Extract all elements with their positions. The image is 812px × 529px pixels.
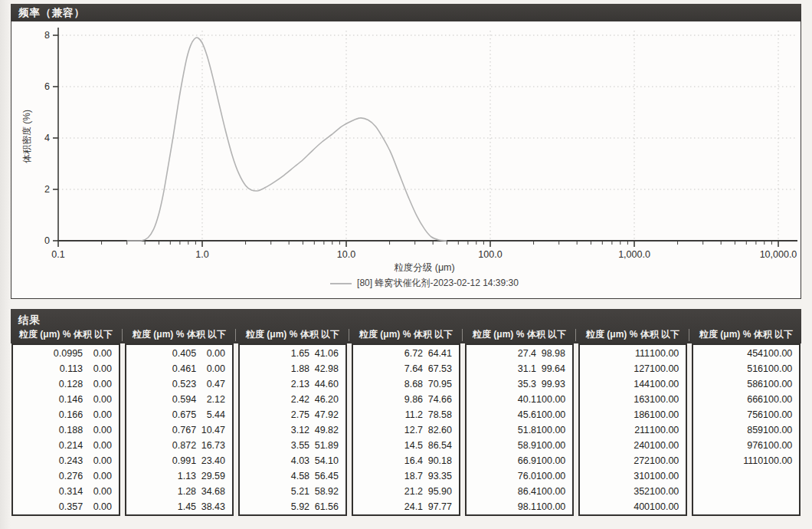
size-value-cell: 1.45 bbox=[126, 499, 196, 514]
results-column-group: 0.09950.000.1130.000.1280.000.1460.000.1… bbox=[11, 343, 120, 516]
size-value-cell: 6.72 bbox=[353, 346, 423, 361]
percent-below-cell: 54.10 bbox=[309, 453, 345, 468]
results-header-block: 结果 粒度 (μm)% 体积 以下粒度 (μm)% 体积 以下粒度 (μm)% … bbox=[11, 309, 801, 343]
table-row: 211100.00 bbox=[580, 422, 686, 438]
percent-below-cell: 0.00 bbox=[83, 453, 119, 468]
percent-below-cell: 100.00 bbox=[650, 422, 686, 438]
table-row: 272100.00 bbox=[580, 453, 686, 468]
percent-below-cell: 0.00 bbox=[83, 484, 119, 499]
size-value-cell: 0.166 bbox=[13, 407, 83, 422]
table-row: 0.1130.00 bbox=[13, 361, 119, 376]
percent-below-cell: 5.44 bbox=[196, 407, 232, 422]
table-row: 14.586.54 bbox=[353, 438, 459, 453]
percent-below-cell: 100.00 bbox=[536, 392, 572, 407]
table-row: 31.199.64 bbox=[467, 361, 572, 376]
legend-series-label: [80] 蜂窝状催化剂-2023-02-12 14:39:30 bbox=[357, 277, 519, 290]
size-value-cell: 272 bbox=[580, 453, 650, 468]
table-row: 66.9100.00 bbox=[467, 453, 572, 468]
percent-below-cell: 100.00 bbox=[763, 361, 799, 376]
size-value-cell: 1.88 bbox=[240, 361, 309, 376]
size-value-cell: 11.2 bbox=[353, 407, 423, 422]
percent-below-cell: 100.00 bbox=[536, 484, 572, 499]
size-value-cell: 45.6 bbox=[467, 407, 536, 422]
results-column-group: 111100.00127100.00144100.00163100.001861… bbox=[578, 343, 687, 516]
percent-below-cell: 99.64 bbox=[536, 361, 572, 376]
percent-below-cell: 74.66 bbox=[423, 392, 459, 407]
percent-below-cell: 51.89 bbox=[309, 438, 345, 453]
percent-below-cell: 0.00 bbox=[83, 346, 119, 361]
table-row: 1110100.00 bbox=[693, 453, 799, 468]
percent-below-cell: 100.00 bbox=[650, 346, 686, 361]
column-header-size: 粒度 (μm) bbox=[699, 328, 740, 341]
table-row: 76.0100.00 bbox=[467, 468, 572, 484]
table-row: 0.6755.44 bbox=[126, 407, 232, 422]
column-header-pct: % 体积 以下 bbox=[290, 328, 339, 341]
table-row: 98.1100.00 bbox=[467, 499, 572, 514]
size-value-cell: 86.4 bbox=[467, 484, 536, 499]
column-header-size: 粒度 (μm) bbox=[246, 328, 286, 341]
results-titlebar: 结果 bbox=[11, 309, 801, 327]
size-value-cell: 2.13 bbox=[240, 376, 309, 392]
percent-below-cell: 100.00 bbox=[763, 346, 799, 361]
table-row: 859100.00 bbox=[693, 422, 799, 438]
size-value-cell: 0.872 bbox=[126, 438, 196, 453]
results-column-group-header: 粒度 (μm)% 体积 以下 bbox=[465, 327, 574, 343]
percent-below-cell: 0.00 bbox=[83, 361, 119, 376]
table-row: 666100.00 bbox=[693, 392, 799, 407]
table-row: 0.4050.00 bbox=[126, 346, 232, 361]
size-value-cell: 1.65 bbox=[240, 346, 309, 361]
table-row: 5.2158.92 bbox=[240, 484, 345, 499]
percent-below-cell: 100.00 bbox=[763, 376, 799, 392]
size-value-cell: 0.314 bbox=[13, 484, 83, 499]
table-row: 3.5551.89 bbox=[240, 438, 345, 453]
table-row: 1.2834.68 bbox=[126, 484, 232, 499]
percent-below-cell: 0.00 bbox=[83, 422, 119, 438]
table-row: 310100.00 bbox=[580, 468, 686, 484]
percent-below-cell: 16.73 bbox=[196, 438, 232, 453]
percent-below-cell: 100.00 bbox=[650, 438, 686, 453]
percent-below-cell: 100.00 bbox=[650, 499, 686, 514]
size-value-cell: 14.5 bbox=[353, 438, 423, 453]
size-value-cell: 127 bbox=[580, 361, 650, 376]
percent-below-cell: 64.41 bbox=[423, 346, 459, 361]
frequency-panel-titlebar: 频率（兼容） bbox=[11, 4, 801, 21]
table-row: 51.8100.00 bbox=[467, 422, 572, 438]
column-header-size: 粒度 (μm) bbox=[19, 328, 60, 341]
size-value-cell: 310 bbox=[580, 468, 650, 484]
table-row: 0.2760.00 bbox=[13, 468, 119, 484]
percent-below-cell: 0.00 bbox=[83, 438, 119, 453]
size-value-cell: 0.113 bbox=[13, 361, 83, 376]
frequency-chart-area: 0.11.010.0100.01,000.010,000.002468体积密度 … bbox=[11, 21, 801, 299]
size-value-cell: 24.1 bbox=[353, 499, 423, 514]
size-value-cell: 0.188 bbox=[13, 422, 83, 438]
column-header-size: 粒度 (μm) bbox=[586, 328, 627, 341]
size-value-cell: 0.461 bbox=[126, 361, 196, 376]
frequency-panel-title: 频率（兼容） bbox=[18, 6, 85, 20]
percent-below-cell: 100.00 bbox=[536, 468, 572, 484]
frequency-curve bbox=[127, 38, 447, 241]
size-value-cell: 0.523 bbox=[126, 376, 196, 392]
table-row: 9.8674.66 bbox=[353, 392, 459, 407]
table-row: 0.2430.00 bbox=[13, 453, 119, 468]
percent-below-cell: 100.00 bbox=[650, 361, 686, 376]
x-tick-label: 1.0 bbox=[195, 249, 208, 260]
percent-below-cell: 0.00 bbox=[83, 392, 119, 407]
size-value-cell: 21.2 bbox=[353, 484, 423, 499]
results-column-group: 6.7264.417.6467.538.6870.959.8674.6611.2… bbox=[352, 343, 460, 516]
x-tick-label: 1,000.0 bbox=[618, 249, 650, 260]
size-value-cell: 0.991 bbox=[126, 453, 196, 468]
table-row: 4.5856.45 bbox=[240, 468, 345, 484]
size-value-cell: 35.3 bbox=[467, 376, 536, 392]
results-column-group: 1.6541.061.8842.982.1344.602.4246.202.75… bbox=[238, 343, 347, 516]
size-value-cell: 0.243 bbox=[13, 453, 83, 468]
results-table: 0.09950.000.1130.000.1280.000.1460.000.1… bbox=[11, 343, 801, 513]
percent-below-cell: 100.00 bbox=[763, 407, 799, 422]
size-value-cell: 16.4 bbox=[353, 453, 423, 468]
table-row: 0.3140.00 bbox=[13, 484, 119, 499]
table-row: 0.1880.00 bbox=[13, 422, 119, 438]
size-value-cell: 8.68 bbox=[353, 376, 423, 392]
size-value-cell: 1.28 bbox=[126, 484, 196, 499]
size-value-cell: 66.9 bbox=[467, 453, 536, 468]
percent-below-cell: 100.00 bbox=[650, 376, 686, 392]
percent-below-cell: 44.60 bbox=[309, 376, 345, 392]
